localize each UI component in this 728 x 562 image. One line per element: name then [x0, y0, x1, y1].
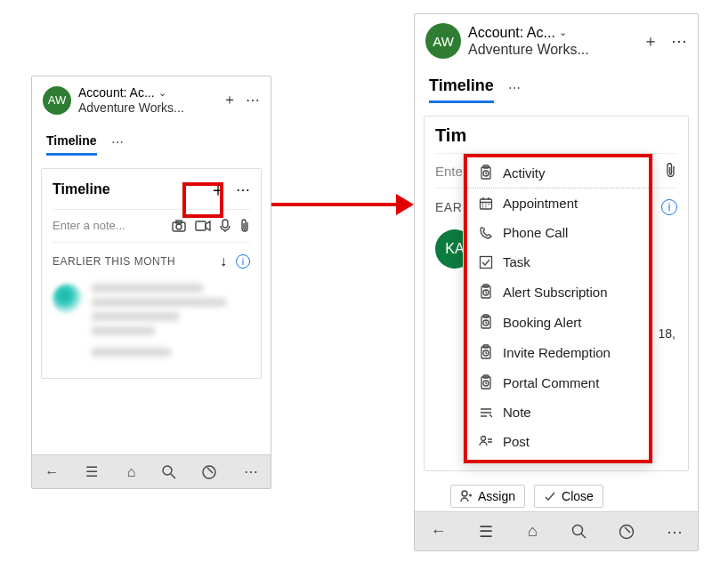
camera-icon[interactable] [172, 220, 186, 232]
add-icon[interactable]: ＋ [222, 91, 237, 109]
svg-rect-3 [196, 221, 206, 230]
chevron-down-icon[interactable]: ⌄ [158, 87, 166, 99]
clipboard-icon [478, 374, 494, 390]
nav-more-icon[interactable]: ⋯ [666, 522, 684, 542]
header-title: Account: Ac... [468, 24, 555, 41]
highlight-plus-button [182, 182, 223, 218]
note-icon [478, 406, 494, 419]
clipboard-icon [478, 284, 494, 300]
bottom-nav: ← ☰ ⌂ ⋯ [32, 454, 271, 488]
card-title: Timeline [53, 181, 110, 197]
nav-menu-icon[interactable]: ☰ [83, 463, 101, 480]
menu-item-booking-alert[interactable]: Booking Alert [467, 307, 649, 337]
menu-item-label: Post [503, 434, 530, 449]
assign-label: Assign [478, 489, 515, 503]
svg-rect-4 [222, 220, 228, 228]
more-icon[interactable]: ⋯ [671, 31, 687, 51]
header: AW Account: Ac... ⌄ Adventure Works... ＋… [32, 76, 271, 124]
timeline-item-blurred [53, 277, 250, 369]
mic-icon[interactable] [220, 219, 231, 233]
info-icon[interactable]: i [236, 254, 250, 269]
clipboard-icon [478, 344, 494, 360]
header-subtitle: Adventure Works... [468, 41, 635, 58]
nav-task-icon[interactable] [619, 524, 636, 540]
account-avatar[interactable]: AW [43, 86, 71, 115]
chevron-down-icon[interactable]: ⌄ [559, 27, 567, 38]
menu-item-label: Appointment [503, 196, 578, 211]
menu-item-portal-comment[interactable]: Portal Comment [467, 367, 649, 397]
nav-task-icon[interactable] [202, 465, 220, 479]
clipboard-icon [478, 165, 494, 181]
sort-down-icon[interactable]: ↓ [220, 253, 227, 269]
header-title: Account: Ac... [78, 85, 155, 100]
menu-item-post[interactable]: Post [467, 427, 649, 456]
svg-point-28 [481, 436, 486, 440]
tab-more-icon[interactable]: ⋯ [111, 135, 125, 149]
add-icon[interactable]: ＋ [643, 30, 659, 52]
close-button[interactable]: Close [534, 485, 603, 508]
menu-item-label: Booking Alert [503, 315, 581, 330]
menu-item-appointment[interactable]: Appointment [467, 189, 649, 218]
menu-item-alert-subscription[interactable]: Alert Subscription [467, 277, 649, 307]
menu-item-label: Phone Call [503, 225, 568, 240]
bottom-nav: ← ☰ ⌂ ⋯ [415, 511, 698, 550]
header-subtitle: Adventure Works... [78, 100, 215, 116]
menu-item-label: Task [503, 254, 530, 269]
nav-more-icon[interactable]: ⋯ [242, 463, 260, 480]
check-icon [478, 255, 494, 269]
attach-icon[interactable] [665, 163, 677, 179]
tab-strip: Timeline ⋯ [415, 68, 698, 103]
svg-rect-15 [481, 256, 492, 268]
svg-point-9 [572, 525, 582, 534]
menu-item-label: Alert Subscription [503, 285, 608, 300]
header-text-block: Account: Ac... ⌄ Adventure Works... [78, 85, 215, 116]
menu-item-label: Invite Redemption [503, 345, 611, 360]
earlier-label-truncated: EAR [435, 200, 462, 214]
header-text-block: Account: Ac... ⌄ Adventure Works... [468, 24, 635, 58]
timeline-more-icon[interactable]: ⋯ [236, 181, 250, 198]
calendar-icon [478, 197, 494, 211]
nav-search-icon[interactable] [162, 465, 180, 479]
menu-item-note[interactable]: Note [467, 397, 649, 427]
assign-button[interactable]: Assign [450, 485, 525, 508]
tab-timeline[interactable]: Timeline [46, 130, 97, 156]
arrow-annotation [271, 200, 414, 209]
svg-point-5 [163, 466, 172, 475]
tab-timeline[interactable]: Timeline [429, 73, 494, 103]
close-label: Close [562, 489, 594, 503]
tab-more-icon[interactable]: ⋯ [508, 81, 522, 95]
svg-point-6 [203, 466, 215, 478]
nav-search-icon[interactable] [571, 524, 589, 540]
nav-menu-icon[interactable]: ☰ [477, 522, 495, 542]
video-icon[interactable] [195, 221, 211, 231]
note-input[interactable]: Enter a note... [53, 219, 172, 232]
timeline-card: Timeline ＋ ⋯ Enter a note... EARLIER THI… [41, 168, 262, 379]
menu-item-invite-redemption[interactable]: Invite Redemption [467, 337, 649, 367]
timeline-add-menu: ActivityAppointmentPhone CallTaskAlert S… [463, 153, 653, 464]
menu-item-task[interactable]: Task [467, 247, 649, 277]
attach-icon[interactable] [239, 219, 250, 233]
nav-back-icon[interactable]: ← [43, 464, 61, 480]
menu-item-phone-call[interactable]: Phone Call [467, 218, 649, 247]
more-icon[interactable]: ⋯ [246, 92, 260, 108]
card-title-truncated: Tim [435, 125, 466, 146]
svg-point-8 [462, 491, 467, 496]
date-fragment: 18, [659, 326, 675, 341]
info-icon[interactable]: i [661, 199, 677, 215]
menu-item-label: Portal Comment [503, 375, 599, 390]
svg-point-10 [619, 525, 633, 538]
clipboard-icon [478, 314, 494, 330]
phone-icon [478, 226, 494, 240]
header: AW Account: Ac... ⌄ Adventure Works... ＋… [415, 14, 698, 68]
blurred-avatar [53, 284, 83, 314]
nav-home-icon[interactable]: ⌂ [524, 522, 542, 541]
phone-left: AW Account: Ac... ⌄ Adventure Works... ＋… [31, 76, 271, 489]
nav-back-icon[interactable]: ← [430, 522, 448, 541]
menu-item-label: Activity [503, 165, 546, 181]
menu-item-label: Note [503, 405, 531, 420]
tab-strip: Timeline ⋯ [32, 124, 271, 156]
svg-point-1 [176, 224, 182, 229]
account-avatar[interactable]: AW [425, 23, 461, 59]
nav-home-icon[interactable]: ⌂ [123, 464, 141, 480]
menu-item-activity[interactable]: Activity [467, 157, 649, 189]
